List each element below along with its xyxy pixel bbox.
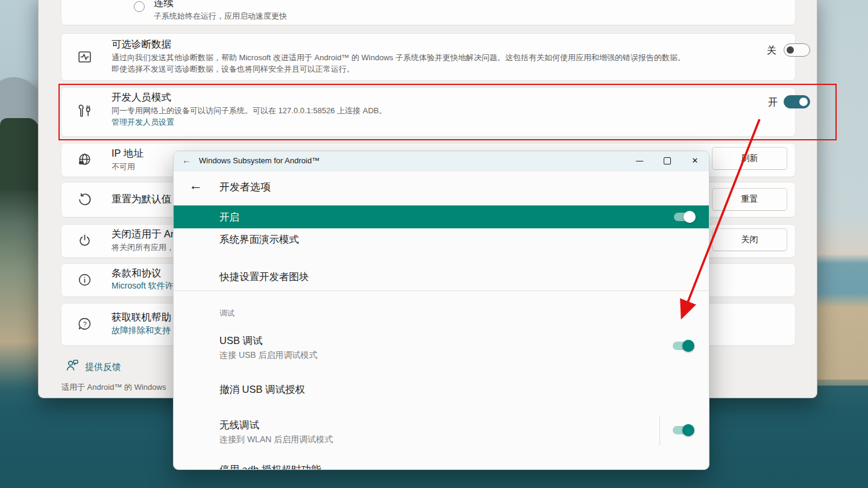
row-demo-mode[interactable]: 系统界面演示模式 bbox=[219, 233, 299, 246]
footer-note: 适用于 Android™ 的 Windows bbox=[61, 382, 166, 393]
help-title: 获取联机帮助 bbox=[112, 311, 171, 324]
diagnostic-desc-1: 通过向我们发送其他诊断数据，帮助 Microsoft 改进适用于 Android… bbox=[112, 52, 685, 63]
annotation-highlight-box bbox=[58, 84, 837, 140]
developer-options-title: 开发者选项 bbox=[219, 180, 271, 194]
ip-subtitle: 不可用 bbox=[112, 161, 135, 172]
titlebar-back-icon[interactable]: ← bbox=[182, 155, 191, 165]
card-continuous: 连续 子系统始终在运行，应用启动速度更快 bbox=[61, 0, 796, 25]
reset-icon bbox=[77, 192, 92, 207]
feedback-link[interactable]: 提供反馈 bbox=[85, 361, 121, 373]
help-icon: ? bbox=[77, 316, 92, 331]
diagnostic-title: 可选诊断数据 bbox=[112, 38, 171, 51]
dialog-titlebar[interactable]: ← Windows Subsystem for Android™ — ✕ bbox=[174, 151, 709, 171]
diagnostic-desc-2: 即使选择不发送可选诊断数据，设备也将同样安全并且可以正常运行。 bbox=[112, 64, 354, 75]
wallpaper-trees bbox=[0, 118, 39, 190]
row-revoke-usb-auth[interactable]: 撤消 USB 调试授权 bbox=[219, 383, 305, 396]
reset-button[interactable]: 重置 bbox=[712, 188, 787, 211]
diagnostic-toggle-label: 关 bbox=[767, 45, 776, 57]
svg-text:?: ? bbox=[83, 321, 86, 328]
power-icon bbox=[77, 233, 92, 248]
row-wireless-debug-subtitle: 连接到 WLAN 后启用调试模式 bbox=[219, 434, 333, 445]
dialog-window-title: Windows Subsystem for Android™ bbox=[199, 156, 319, 165]
wireless-row-separator bbox=[659, 416, 660, 445]
desktop: 连续 子系统始终在运行，应用启动速度更快 可选诊断数据 通过向我们发送其他诊断数… bbox=[0, 0, 868, 488]
wallpaper-left-strip bbox=[0, 0, 39, 488]
terms-title: 条款和协议 bbox=[112, 267, 162, 280]
diagnostic-toggle[interactable] bbox=[784, 43, 810, 57]
maximize-icon bbox=[664, 157, 671, 164]
close-button[interactable]: ✕ bbox=[681, 151, 709, 170]
section-label-debug: 调试 bbox=[219, 308, 234, 319]
maximize-button[interactable] bbox=[653, 151, 681, 170]
minimize-icon: — bbox=[636, 157, 643, 165]
diagnostic-data-icon bbox=[77, 49, 92, 64]
wsa-developer-options-window: ← Windows Subsystem for Android™ — ✕ ← 开… bbox=[173, 151, 709, 470]
developer-options-master-toggle[interactable] bbox=[674, 211, 697, 223]
row-wireless-debug-title[interactable]: 无线调试 bbox=[219, 419, 259, 432]
master-toggle-label: 开启 bbox=[219, 211, 239, 224]
reset-title: 重置为默认值 bbox=[112, 193, 171, 206]
feedback-icon bbox=[65, 358, 80, 372]
ip-globe-icon bbox=[77, 152, 92, 167]
continuous-radio[interactable] bbox=[134, 1, 145, 12]
ip-title: IP 地址 bbox=[112, 147, 143, 160]
info-icon bbox=[77, 272, 92, 287]
terms-license-link[interactable]: Microsoft 软件许可 bbox=[112, 281, 182, 292]
wireless-debug-toggle[interactable] bbox=[673, 424, 696, 436]
close-icon: ✕ bbox=[692, 156, 699, 165]
continuous-desc: 子系统始终在运行，应用启动速度更快 bbox=[154, 11, 287, 22]
help-troubleshoot-link[interactable]: 故障排除和支持 | bbox=[112, 325, 175, 336]
section-divider bbox=[174, 290, 709, 291]
minimize-button[interactable]: — bbox=[626, 151, 653, 170]
row-usb-debug-subtitle: 连接 USB 后启用调试模式 bbox=[219, 350, 318, 361]
row-quick-settings-tile[interactable]: 快捷设置开发者图块 bbox=[219, 271, 309, 284]
refresh-button[interactable]: 刷新 bbox=[712, 147, 787, 170]
shutdown-subtitle: 将关闭所有应用， bbox=[112, 242, 174, 253]
row-usb-debug-title[interactable]: USB 调试 bbox=[219, 334, 263, 348]
developer-options-back-icon[interactable]: ← bbox=[189, 177, 203, 193]
shutdown-button[interactable]: 关闭 bbox=[712, 228, 787, 251]
row-disable-adb-timeout[interactable]: 停用 adb 授权超时功能 bbox=[219, 463, 321, 470]
developer-options-master-bar[interactable]: 开启 bbox=[174, 205, 709, 228]
shutdown-title: 关闭适用于 And bbox=[112, 228, 181, 241]
continuous-label: 连续 bbox=[154, 0, 174, 10]
usb-debug-toggle[interactable] bbox=[673, 340, 696, 352]
card-diagnostic: 可选诊断数据 通过向我们发送其他诊断数据，帮助 Microsoft 改进适用于 … bbox=[61, 33, 796, 81]
